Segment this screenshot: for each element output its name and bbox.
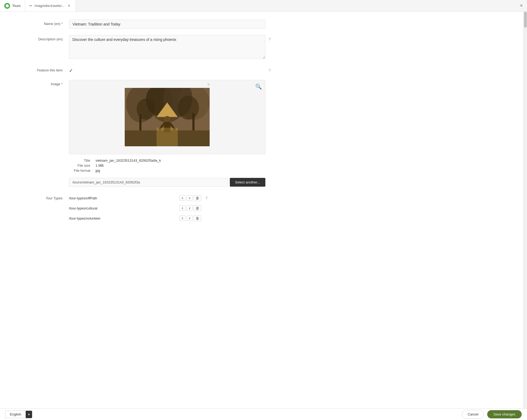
tour-type-actions-1: ∧ ∨ 🗑 xyxy=(179,205,201,211)
tab-close-button[interactable]: × xyxy=(67,3,71,8)
tour-type-actions-2: ∧ ∨ 🗑 xyxy=(179,215,201,221)
title-value: vietnam_jan_16323513143_82062f3a9a_k xyxy=(96,158,161,162)
bottom-actions: Cancel Save changes xyxy=(462,410,522,419)
tour-type-down-0[interactable]: ∨ xyxy=(187,195,193,201)
tour-type-help-icon[interactable]: ? xyxy=(205,196,208,200)
scrollbar-thumb xyxy=(524,12,527,28)
tour-type-actions-0: ∧ ∨ 🗑 ? xyxy=(179,195,208,201)
name-row: Name (en) * xyxy=(16,20,506,29)
image-wrapper: ? 🔍 xyxy=(69,80,265,154)
file-format-row: File format jpg xyxy=(69,169,265,173)
edit-icon: ✏ xyxy=(29,4,32,8)
title-label: Title xyxy=(69,158,96,162)
name-field xyxy=(69,20,265,29)
tour-type-value-0: /tour-types/offPath xyxy=(69,196,175,200)
name-label: Name (en) * xyxy=(16,20,69,26)
file-info: Title vietnam_jan_16323513143_82062f3a9a… xyxy=(69,158,265,173)
feature-label: Feature this item xyxy=(16,66,69,72)
tour-type-row-0: Tour Types /tour-types/offPath ∧ ∨ 🗑 ? xyxy=(16,195,506,201)
file-size-row: File size 1 MB xyxy=(69,164,265,168)
image-field: ? 🔍 xyxy=(69,80,265,189)
feature-checkmark[interactable]: ✓ xyxy=(69,68,73,74)
description-field: Discover the culture and everyday treasu… xyxy=(69,35,265,60)
format-label: File format xyxy=(69,169,96,173)
image-label: Image * xyxy=(16,80,69,86)
tour-type-row-1: /tour-types/cultural ∧ ∨ 🗑 xyxy=(16,205,506,211)
tour-types-section: Tour Types /tour-types/offPath ∧ ∨ 🗑 ? /… xyxy=(16,195,506,221)
titlebar: ⬤ Tours ✏ /magnolia-travels/... × × xyxy=(0,0,527,12)
tour-type-value-1: /tour-types/cultural xyxy=(69,206,175,210)
tour-type-delete-2[interactable]: 🗑 xyxy=(194,215,201,221)
language-selector: English ▾ xyxy=(5,410,32,418)
svg-point-18 xyxy=(178,96,199,120)
bottom-bar: English ▾ Cancel Save changes xyxy=(0,408,527,420)
name-required: * xyxy=(61,22,63,26)
language-button[interactable]: English xyxy=(5,410,26,418)
select-another-button[interactable]: Select another... xyxy=(230,178,265,187)
tour-type-delete-1[interactable]: 🗑 xyxy=(194,205,201,211)
feature-checkbox-area: ✓ xyxy=(69,66,265,74)
app-tab[interactable]: ⬤ Tours xyxy=(0,0,25,11)
cancel-button[interactable]: Cancel xyxy=(462,410,484,419)
tour-type-down-1[interactable]: ∨ xyxy=(187,205,193,211)
feature-row: Feature this item ✓ ? xyxy=(16,66,506,74)
svg-point-12 xyxy=(164,116,170,122)
svg-rect-16 xyxy=(157,128,178,146)
tour-type-up-0[interactable]: ∧ xyxy=(179,195,185,201)
description-help-icon[interactable]: ? xyxy=(269,37,271,41)
name-input[interactable] xyxy=(69,20,265,29)
image-required: * xyxy=(61,82,63,86)
description-row: Description (en) Discover the culture an… xyxy=(16,35,506,60)
description-label: Description (en) xyxy=(16,35,69,41)
edit-tab-path: /magnolia-travels/... xyxy=(34,4,64,8)
tour-type-up-1[interactable]: ∧ xyxy=(179,205,185,211)
image-row: Image * ? 🔍 xyxy=(16,80,506,189)
main-content: Name (en) * Description (en) Discover th… xyxy=(0,12,527,408)
scrollbar[interactable] xyxy=(523,12,527,408)
filesize-value: 1 MB xyxy=(96,164,103,168)
tour-type-delete-0[interactable]: 🗑 xyxy=(194,195,201,201)
format-value: jpg xyxy=(96,169,100,173)
path-row: Select another... xyxy=(69,178,265,187)
tour-type-up-2[interactable]: ∧ xyxy=(179,216,185,221)
image-preview xyxy=(125,88,210,146)
tour-type-row-2: /tour-types/volunteer ∧ ∨ 🗑 xyxy=(16,215,506,221)
filesize-label: File size xyxy=(69,164,96,168)
file-title-row: Title vietnam_jan_16323513143_82062f3a9a… xyxy=(69,158,265,162)
feature-help-icon[interactable]: ? xyxy=(269,68,271,72)
window-close-button[interactable]: × xyxy=(516,3,527,8)
tour-types-label: Tour Types xyxy=(16,196,69,200)
app-tab-label: Tours xyxy=(12,4,21,8)
image-path-input[interactable] xyxy=(69,178,228,187)
image-svg xyxy=(125,88,210,146)
language-dropdown-button[interactable]: ▾ xyxy=(26,411,32,418)
app-icon: ⬤ xyxy=(4,3,10,9)
search-icon[interactable]: 🔍 xyxy=(255,83,262,90)
image-help-icon[interactable]: ? xyxy=(207,83,209,87)
description-input[interactable]: Discover the culture and everyday treasu… xyxy=(69,35,265,59)
svg-point-17 xyxy=(137,98,155,120)
tour-type-value-2: /tour-types/volunteer xyxy=(69,216,175,220)
save-changes-button[interactable]: Save changes xyxy=(487,410,522,418)
edit-tab[interactable]: ✏ /magnolia-travels/... × xyxy=(25,0,76,11)
tour-type-down-2[interactable]: ∨ xyxy=(187,216,193,221)
image-area: ? 🔍 xyxy=(69,80,265,154)
